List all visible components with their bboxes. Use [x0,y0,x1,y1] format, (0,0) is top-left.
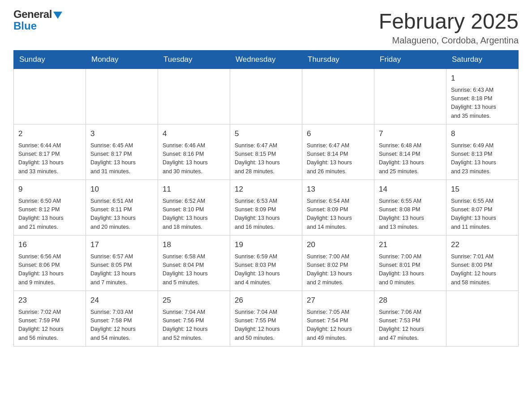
day-sun-info: Sunrise: 6:47 AM Sunset: 8:14 PM Dayligh… [307,141,369,176]
day-number: 27 [307,295,369,306]
day-sun-info: Sunrise: 7:00 AM Sunset: 8:02 PM Dayligh… [307,253,369,287]
calendar-week-row: 9Sunrise: 6:50 AM Sunset: 8:12 PM Daylig… [14,180,519,235]
day-sun-info: Sunrise: 7:04 AM Sunset: 7:56 PM Dayligh… [163,308,225,343]
calendar-table: SundayMondayTuesdayWednesdayThursdayFrid… [13,50,519,347]
day-number: 2 [18,128,81,140]
calendar-day-cell: 28Sunrise: 7:06 AM Sunset: 7:53 PM Dayli… [374,291,446,347]
day-sun-info: Sunrise: 7:00 AM Sunset: 8:01 PM Dayligh… [379,253,442,287]
logo-blue-text: Blue [13,20,62,32]
calendar-day-cell: 16Sunrise: 6:56 AM Sunset: 8:06 PM Dayli… [14,235,86,291]
calendar-day-cell: 23Sunrise: 7:02 AM Sunset: 7:59 PM Dayli… [14,291,86,347]
calendar-day-cell: 15Sunrise: 6:55 AM Sunset: 8:07 PM Dayli… [446,180,519,235]
day-sun-info: Sunrise: 6:47 AM Sunset: 8:15 PM Dayligh… [235,141,297,176]
day-sun-info: Sunrise: 6:49 AM Sunset: 8:13 PM Dayligh… [451,141,514,176]
day-sun-info: Sunrise: 6:50 AM Sunset: 8:12 PM Dayligh… [18,197,81,232]
calendar-day-cell: 24Sunrise: 7:03 AM Sunset: 7:58 PM Dayli… [86,291,158,347]
calendar-day-cell: 7Sunrise: 6:48 AM Sunset: 8:14 PM Daylig… [374,124,446,180]
day-sun-info: Sunrise: 7:02 AM Sunset: 7:59 PM Dayligh… [18,308,81,343]
day-of-week-header: Tuesday [158,51,230,69]
day-sun-info: Sunrise: 6:44 AM Sunset: 8:17 PM Dayligh… [18,141,81,176]
calendar-day-cell: 17Sunrise: 6:57 AM Sunset: 8:05 PM Dayli… [86,235,158,291]
day-of-week-header: Saturday [446,51,519,69]
day-sun-info: Sunrise: 6:46 AM Sunset: 8:16 PM Dayligh… [163,141,225,176]
calendar-day-cell [14,69,86,124]
day-sun-info: Sunrise: 6:55 AM Sunset: 8:08 PM Dayligh… [379,197,442,232]
calendar-day-cell: 9Sunrise: 6:50 AM Sunset: 8:12 PM Daylig… [14,180,86,235]
day-of-week-header: Sunday [14,51,86,69]
calendar-day-cell [86,69,158,124]
location-subtitle: Malagueno, Cordoba, Argentina [379,35,519,46]
day-number: 13 [307,184,369,195]
calendar-day-cell: 14Sunrise: 6:55 AM Sunset: 8:08 PM Dayli… [374,180,446,235]
day-number: 28 [379,295,442,306]
calendar-day-cell: 19Sunrise: 6:59 AM Sunset: 8:03 PM Dayli… [230,235,302,291]
calendar-day-cell [302,69,374,124]
day-number: 18 [163,239,225,251]
day-sun-info: Sunrise: 6:48 AM Sunset: 8:14 PM Dayligh… [379,141,442,176]
day-sun-info: Sunrise: 7:03 AM Sunset: 7:58 PM Dayligh… [90,308,153,343]
day-number: 3 [90,128,153,140]
day-sun-info: Sunrise: 6:55 AM Sunset: 8:07 PM Dayligh… [451,197,514,232]
calendar-day-cell: 27Sunrise: 7:05 AM Sunset: 7:54 PM Dayli… [302,291,374,347]
calendar-day-cell: 21Sunrise: 7:00 AM Sunset: 8:01 PM Dayli… [374,235,446,291]
calendar-day-cell: 4Sunrise: 6:46 AM Sunset: 8:16 PM Daylig… [158,124,230,180]
day-number: 22 [451,239,514,251]
page-header: General Blue February 2025 Malagueno, Co… [13,9,519,46]
calendar-day-cell: 25Sunrise: 7:04 AM Sunset: 7:56 PM Dayli… [158,291,230,347]
day-number: 9 [18,184,81,195]
calendar-day-cell: 18Sunrise: 6:58 AM Sunset: 8:04 PM Dayli… [158,235,230,291]
day-number: 26 [235,295,297,306]
day-of-week-header: Wednesday [230,51,302,69]
day-of-week-header: Friday [374,51,446,69]
calendar-day-cell: 22Sunrise: 7:01 AM Sunset: 8:00 PM Dayli… [446,235,519,291]
calendar-day-cell: 26Sunrise: 7:04 AM Sunset: 7:55 PM Dayli… [230,291,302,347]
day-sun-info: Sunrise: 6:45 AM Sunset: 8:17 PM Dayligh… [90,141,153,176]
day-sun-info: Sunrise: 6:56 AM Sunset: 8:06 PM Dayligh… [18,253,81,287]
calendar-week-row: 23Sunrise: 7:02 AM Sunset: 7:59 PM Dayli… [14,291,519,347]
day-sun-info: Sunrise: 6:57 AM Sunset: 8:05 PM Dayligh… [90,253,153,287]
calendar-day-cell: 2Sunrise: 6:44 AM Sunset: 8:17 PM Daylig… [14,124,86,180]
day-number: 11 [163,184,225,195]
calendar-day-cell: 6Sunrise: 6:47 AM Sunset: 8:14 PM Daylig… [302,124,374,180]
calendar-day-cell [158,69,230,124]
day-number: 8 [451,128,514,140]
day-number: 23 [18,295,81,306]
calendar-day-cell: 12Sunrise: 6:53 AM Sunset: 8:09 PM Dayli… [230,180,302,235]
calendar-day-cell: 13Sunrise: 6:54 AM Sunset: 8:09 PM Dayli… [302,180,374,235]
calendar-day-cell [230,69,302,124]
calendar-header-row: SundayMondayTuesdayWednesdayThursdayFrid… [14,51,519,69]
day-number: 4 [163,128,225,140]
day-number: 14 [379,184,442,195]
calendar-week-row: 16Sunrise: 6:56 AM Sunset: 8:06 PM Dayli… [14,235,519,291]
calendar-day-cell: 8Sunrise: 6:49 AM Sunset: 8:13 PM Daylig… [446,124,519,180]
day-of-week-header: Monday [86,51,158,69]
logo-general-text: General [13,9,52,20]
day-sun-info: Sunrise: 6:53 AM Sunset: 8:09 PM Dayligh… [235,197,297,232]
calendar-day-cell: 10Sunrise: 6:51 AM Sunset: 8:11 PM Dayli… [86,180,158,235]
day-number: 20 [307,239,369,251]
day-number: 6 [307,128,369,140]
day-number: 1 [451,73,514,84]
logo-arrow-icon [53,12,62,19]
day-number: 24 [90,295,153,306]
day-sun-info: Sunrise: 6:58 AM Sunset: 8:04 PM Dayligh… [163,253,225,287]
day-number: 17 [90,239,153,251]
day-number: 5 [235,128,297,140]
day-of-week-header: Thursday [302,51,374,69]
day-sun-info: Sunrise: 6:54 AM Sunset: 8:09 PM Dayligh… [307,197,369,232]
day-sun-info: Sunrise: 7:04 AM Sunset: 7:55 PM Dayligh… [235,308,297,343]
day-number: 21 [379,239,442,251]
day-number: 10 [90,184,153,195]
logo: General Blue [13,9,62,32]
calendar-day-cell: 20Sunrise: 7:00 AM Sunset: 8:02 PM Dayli… [302,235,374,291]
calendar-day-cell [446,291,519,347]
day-sun-info: Sunrise: 6:51 AM Sunset: 8:11 PM Dayligh… [90,197,153,232]
day-sun-info: Sunrise: 7:06 AM Sunset: 7:53 PM Dayligh… [379,308,442,343]
day-number: 25 [163,295,225,306]
title-section: February 2025 Malagueno, Cordoba, Argent… [379,9,519,46]
day-sun-info: Sunrise: 7:05 AM Sunset: 7:54 PM Dayligh… [307,308,369,343]
calendar-week-row: 1Sunrise: 6:43 AM Sunset: 8:18 PM Daylig… [14,69,519,124]
day-sun-info: Sunrise: 6:43 AM Sunset: 8:18 PM Dayligh… [451,86,514,121]
day-number: 7 [379,128,442,140]
calendar-day-cell: 5Sunrise: 6:47 AM Sunset: 8:15 PM Daylig… [230,124,302,180]
